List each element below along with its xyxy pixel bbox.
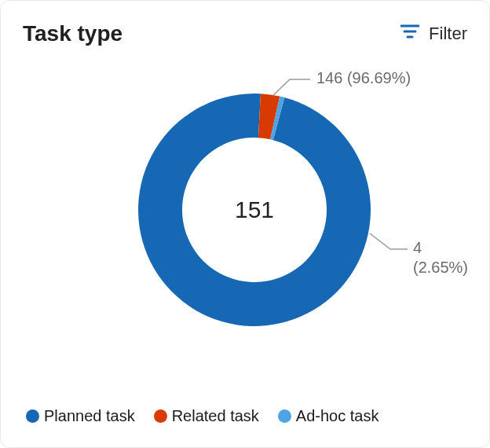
legend-swatch <box>278 409 291 423</box>
legend-label: Planned task <box>44 407 135 425</box>
card-header: Task type Filter <box>23 21 467 46</box>
donut-chart: 151 146 (96.69%) 4 (2.65%) <box>23 46 467 407</box>
legend: Planned task Related task Ad-hoc task <box>23 407 467 431</box>
callout-related: 4 (2.65%) <box>413 238 468 277</box>
legend-label: Ad-hoc task <box>296 407 379 425</box>
legend-swatch <box>154 409 167 423</box>
legend-label: Related task <box>172 407 259 425</box>
donut-slice[interactable] <box>138 94 371 326</box>
filter-label: Filter <box>429 24 467 44</box>
donut-wrap: 151 <box>137 92 372 328</box>
legend-item-adhoc[interactable]: Ad-hoc task <box>278 407 379 425</box>
donut-svg <box>137 92 372 328</box>
callout-planned: 146 (96.69%) <box>316 68 411 88</box>
card-title: Task type <box>23 21 122 46</box>
legend-swatch <box>26 409 39 423</box>
legend-item-related[interactable]: Related task <box>154 407 259 425</box>
filter-button[interactable]: Filter <box>400 24 467 44</box>
task-type-card: Task type Filter 151 146 (96.6 <box>0 0 490 448</box>
legend-item-planned[interactable]: Planned task <box>26 407 135 425</box>
filter-icon <box>400 24 419 44</box>
